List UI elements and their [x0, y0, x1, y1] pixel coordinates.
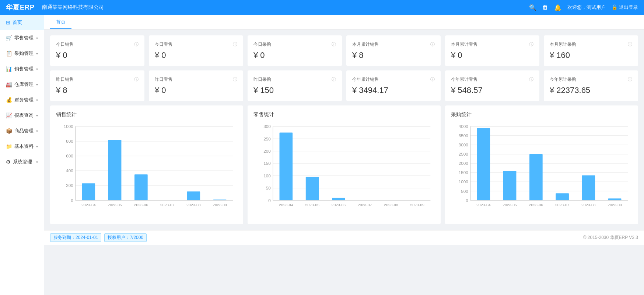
- svg-text:2023-08: 2023-08: [186, 203, 201, 207]
- sidebar-label-home: 首页: [13, 19, 38, 26]
- info-icon-3[interactable]: ⓘ: [430, 41, 435, 48]
- svg-text:2023-04: 2023-04: [279, 203, 293, 207]
- svg-text:200: 200: [66, 184, 73, 188]
- chevron-down-icon4: ▾: [36, 83, 38, 87]
- sidebar-item-system[interactable]: ⚙ 系统管理 ▾: [0, 154, 44, 170]
- info-icon-2[interactable]: ⓘ: [332, 41, 336, 48]
- retail-chart-svg: 0501001502002503002023-042023-052023-062…: [253, 122, 435, 218]
- sidebar-label-finance: 财务管理: [14, 97, 36, 103]
- home-icon: ⊞: [6, 20, 10, 25]
- stat-value-yest-retail: ¥ 0: [155, 86, 237, 95]
- main-area: 首页 今日销售 ⓘ ¥ 0 今日零售: [44, 15, 644, 295]
- search-icon[interactable]: 🔍: [529, 4, 536, 11]
- svg-text:600: 600: [66, 154, 73, 159]
- info-icon-11[interactable]: ⓘ: [628, 76, 632, 83]
- logout-button[interactable]: 🔓 退出登录: [612, 4, 638, 11]
- stat-month-purchase: 本月累计采购 ⓘ ¥ 160: [544, 35, 638, 66]
- info-icon-0[interactable]: ⓘ: [134, 41, 139, 48]
- stat-yest-retail: 昨日零售 ⓘ ¥ 0: [149, 70, 243, 101]
- chart-sales: 销售统计 020040060080010002023-042023-052023…: [50, 105, 243, 224]
- svg-rect-39: [280, 133, 293, 201]
- service-date-badge: 服务到期：2024-01-01: [50, 233, 101, 242]
- svg-text:2023-09: 2023-09: [213, 203, 227, 207]
- tab-home[interactable]: 首页: [50, 16, 71, 29]
- svg-text:1000: 1000: [64, 125, 73, 129]
- sidebar-label-sales: 销售管理: [14, 66, 36, 72]
- stat-yest-purchase: 昨日采购 ⓘ ¥ 150: [248, 70, 342, 101]
- svg-text:1500: 1500: [459, 171, 468, 175]
- sales-chart-svg: 020040060080010002023-042023-052023-0620…: [56, 122, 237, 218]
- sidebar-label-purchase: 采购管理: [14, 50, 36, 57]
- stat-label-today-retail: 今日零售: [155, 41, 172, 48]
- sidebar-item-sales[interactable]: 📊 销售管理 ▾: [0, 61, 44, 77]
- stat-value-yest-sales: ¥ 8: [56, 86, 139, 95]
- svg-text:2023-06: 2023-06: [332, 203, 346, 207]
- chevron-down-icon2: ▾: [36, 52, 38, 56]
- svg-text:100: 100: [263, 174, 271, 178]
- svg-text:2023-06: 2023-06: [529, 203, 543, 207]
- info-icon-7[interactable]: ⓘ: [233, 76, 237, 83]
- svg-rect-72: [529, 154, 543, 200]
- info-icon-5[interactable]: ⓘ: [628, 41, 632, 48]
- chart-sales-container: 020040060080010002023-042023-052023-0620…: [56, 122, 237, 218]
- sidebar-item-reports[interactable]: 📈 报表查询 ▾: [0, 108, 44, 123]
- info-icon-1[interactable]: ⓘ: [233, 41, 237, 48]
- chevron-down-icon8: ▾: [36, 145, 38, 149]
- chart-sales-title: 销售统计: [56, 111, 237, 118]
- stat-label-month-purchase: 本月累计采购: [550, 41, 576, 48]
- chevron-down-icon5: ▾: [36, 98, 38, 102]
- svg-text:1000: 1000: [459, 180, 468, 184]
- svg-text:2000: 2000: [459, 162, 468, 166]
- bell-icon[interactable]: 🔔: [554, 4, 561, 11]
- svg-rect-43: [332, 198, 345, 201]
- layout: ⊞ 首页 🛒 零售管理 ▾ 📋 采购管理 ▾ 📊 销售管理 ▾ 🏭 仓库管理 ▾…: [0, 15, 644, 295]
- sidebar-label-system: 系统管理: [13, 159, 36, 165]
- svg-text:2023-05: 2023-05: [305, 203, 319, 207]
- stat-value-month-purchase: ¥ 160: [550, 51, 632, 60]
- sidebar-item-retail[interactable]: 🛒 零售管理 ▾: [0, 30, 44, 46]
- svg-text:800: 800: [66, 139, 73, 144]
- copyright-text: © 2015-2030 华夏ERP V3.3: [583, 235, 638, 241]
- sidebar-label-retail: 零售管理: [14, 35, 36, 41]
- svg-text:2023-04: 2023-04: [476, 203, 491, 207]
- sidebar-item-products[interactable]: 📦 商品管理 ▾: [0, 123, 44, 139]
- header-left: 华夏ERP 南通某某网络科技有限公司: [6, 3, 104, 12]
- footer: 服务到期：2024-01-01 授权用户：7/2000 © 2015-2030 …: [44, 230, 644, 245]
- footer-left: 服务到期：2024-01-01 授权用户：7/2000: [50, 233, 147, 242]
- svg-text:0: 0: [466, 198, 468, 203]
- sidebar-item-warehouse[interactable]: 🏭 仓库管理 ▾: [0, 77, 44, 92]
- logout-label: 退出登录: [619, 4, 638, 10]
- sidebar-item-home[interactable]: ⊞ 首页: [0, 15, 44, 30]
- sales-icon: 📊: [6, 66, 12, 72]
- info-icon-4[interactable]: ⓘ: [529, 41, 533, 48]
- svg-text:2023-08: 2023-08: [384, 203, 398, 207]
- svg-text:2023-06: 2023-06: [134, 203, 148, 207]
- chart-retail: 零售统计 0501001502002503002023-042023-05202…: [248, 105, 441, 224]
- stat-value-year-purchase: ¥ 22373.65: [550, 86, 632, 95]
- svg-text:2023-07: 2023-07: [555, 203, 570, 207]
- info-icon-10[interactable]: ⓘ: [529, 76, 533, 83]
- info-icon-6[interactable]: ⓘ: [134, 76, 139, 83]
- stat-label-year-purchase: 今年累计采购: [550, 76, 576, 83]
- svg-text:2023-08: 2023-08: [581, 203, 596, 207]
- svg-rect-70: [503, 171, 517, 200]
- trash-icon[interactable]: 🗑: [542, 4, 548, 11]
- sidebar-label-products: 商品管理: [14, 128, 36, 134]
- stat-yest-sales: 昨日销售 ⓘ ¥ 8: [50, 70, 144, 101]
- svg-rect-14: [108, 140, 122, 200]
- stat-label-month-retail: 本月累计零售: [451, 41, 477, 48]
- stat-value-today-sales: ¥ 0: [56, 51, 139, 60]
- svg-text:0: 0: [268, 198, 271, 203]
- sidebar-item-finance[interactable]: 💰 财务管理 ▾: [0, 92, 44, 108]
- sidebar-item-basic[interactable]: 📁 基本资料 ▾: [0, 139, 44, 154]
- svg-text:150: 150: [263, 162, 271, 166]
- svg-text:500: 500: [461, 189, 468, 194]
- svg-rect-76: [582, 176, 595, 201]
- purchase-chart-svg: 050010001500200025003000350040002023-042…: [451, 122, 632, 218]
- finance-icon: 💰: [6, 97, 12, 103]
- info-icon-8[interactable]: ⓘ: [332, 76, 336, 83]
- info-icon-9[interactable]: ⓘ: [430, 76, 435, 83]
- stat-value-today-purchase: ¥ 0: [253, 51, 336, 60]
- chevron-down-icon: ▾: [36, 36, 38, 40]
- sidebar-item-purchase[interactable]: 📋 采购管理 ▾: [0, 46, 44, 61]
